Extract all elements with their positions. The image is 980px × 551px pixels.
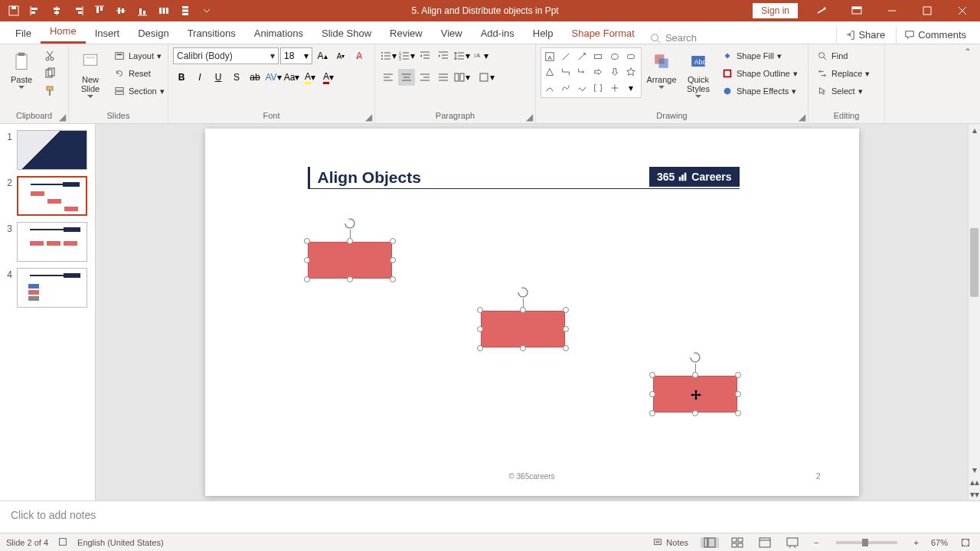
status-notes-button[interactable]: Notes <box>649 537 691 548</box>
selected-shape-1[interactable] <box>308 242 392 279</box>
minimize-button[interactable] <box>874 0 910 21</box>
comments-button[interactable]: Comments <box>896 26 974 44</box>
qat-distribute-horizontal-icon[interactable] <box>153 0 175 21</box>
qat-align-right-icon[interactable] <box>67 0 89 21</box>
shadow-button[interactable]: S <box>228 69 245 86</box>
shape-oval-icon[interactable] <box>608 50 622 64</box>
shape-right-arrow-icon[interactable] <box>591 65 605 79</box>
numbering-button[interactable]: 123▾ <box>398 47 415 64</box>
zoom-percent[interactable]: 67% <box>931 538 948 547</box>
section-button[interactable]: Section ▾ <box>110 83 168 99</box>
resize-handle[interactable] <box>477 307 483 313</box>
view-normal-button[interactable] <box>701 537 719 548</box>
zoom-in-button[interactable]: + <box>911 538 922 547</box>
view-slideshow-button[interactable] <box>783 537 802 548</box>
qat-align-top-icon[interactable] <box>89 0 110 21</box>
align-left-button[interactable] <box>380 69 397 86</box>
resize-handle[interactable] <box>390 257 396 263</box>
font-family-combo[interactable]: Calibri (Body)▾ <box>173 47 279 64</box>
resize-handle[interactable] <box>735 410 741 416</box>
resize-handle[interactable] <box>520 345 526 351</box>
underline-button[interactable]: U <box>210 69 227 86</box>
selected-shape-3[interactable] <box>653 376 737 412</box>
scroll-up-icon[interactable]: ▴ <box>969 124 980 136</box>
slide-canvas[interactable]: Align Objects 365 Careers <box>96 124 968 500</box>
tab-view[interactable]: View <box>432 23 472 44</box>
tab-file[interactable]: File <box>6 23 41 44</box>
resize-handle[interactable] <box>390 238 396 244</box>
view-sorter-button[interactable] <box>728 537 746 548</box>
font-size-combo[interactable]: 18▾ <box>280 47 312 64</box>
shape-elbow-arrow-icon[interactable] <box>575 65 589 79</box>
reset-button[interactable]: Reset <box>110 65 168 82</box>
drawing-dialog-launcher[interactable]: ◢ <box>797 112 806 122</box>
scroll-thumb[interactable] <box>970 228 978 297</box>
qat-customize-icon[interactable] <box>196 0 217 21</box>
rotate-handle-icon[interactable] <box>517 286 529 298</box>
shape-rounded-rect-icon[interactable] <box>624 50 638 64</box>
shape-curve-icon[interactable] <box>543 81 557 95</box>
clear-formatting-button[interactable]: A̷ <box>351 47 368 64</box>
clipboard-dialog-launcher[interactable]: ◢ <box>57 112 67 122</box>
tab-help[interactable]: Help <box>524 23 563 44</box>
ribbon-display-icon[interactable] <box>839 0 874 21</box>
tab-transitions[interactable]: Transitions <box>178 23 245 44</box>
layout-button[interactable]: Layout ▾ <box>110 47 168 64</box>
columns-button[interactable]: ▾ <box>453 69 470 86</box>
view-reading-button[interactable] <box>756 537 774 548</box>
resize-handle[interactable] <box>692 372 698 378</box>
zoom-out-button[interactable]: − <box>811 538 822 547</box>
new-slide-button[interactable]: New Slide <box>74 47 107 100</box>
tab-design[interactable]: Design <box>129 23 178 44</box>
tab-slideshow[interactable]: Slide Show <box>312 23 381 44</box>
replace-button[interactable]: Replace ▾ <box>813 65 873 82</box>
arrange-button[interactable]: Arrange <box>645 47 678 91</box>
shape-effects-button[interactable]: Shape Effects ▾ <box>718 83 801 99</box>
bullets-button[interactable]: ▾ <box>380 47 397 64</box>
tab-review[interactable]: Review <box>381 23 432 44</box>
prev-slide-button[interactable]: ▴▴ <box>969 476 980 488</box>
align-right-button[interactable] <box>416 69 433 86</box>
resize-handle[interactable] <box>735 372 741 378</box>
shape-arrow-line-icon[interactable] <box>575 50 589 64</box>
shape-textbox-icon[interactable]: A <box>543 50 557 64</box>
find-button[interactable]: Find <box>813 47 873 64</box>
italic-button[interactable]: I <box>191 69 208 86</box>
highlight-button[interactable]: A▾ <box>302 69 318 86</box>
shape-outline-button[interactable]: Shape Outline ▾ <box>718 65 801 82</box>
qat-align-left-icon[interactable] <box>24 0 46 21</box>
change-case-button[interactable]: Aa▾ <box>283 69 300 86</box>
shape-elbow-icon[interactable] <box>559 65 573 79</box>
shape-down-arrow-icon[interactable] <box>608 65 622 79</box>
resize-handle[interactable] <box>563 307 569 313</box>
qat-align-bottom-icon[interactable] <box>132 0 153 21</box>
thumb-1[interactable] <box>17 130 87 170</box>
resize-handle[interactable] <box>563 326 569 332</box>
qat-align-middle-icon[interactable] <box>110 0 132 21</box>
bold-button[interactable]: B <box>173 69 190 86</box>
resize-handle[interactable] <box>649 391 655 397</box>
line-spacing-button[interactable]: ▾ <box>453 47 470 64</box>
shape-freeform-icon[interactable] <box>559 81 573 95</box>
shape-star-icon[interactable] <box>624 65 638 79</box>
close-button[interactable] <box>945 0 980 21</box>
cut-button[interactable] <box>41 47 58 64</box>
resize-handle[interactable] <box>563 345 569 351</box>
thumb-3[interactable] <box>17 222 87 262</box>
shape-scribble-icon[interactable] <box>575 81 589 95</box>
font-color-button[interactable]: A▾ <box>320 69 337 86</box>
resize-handle[interactable] <box>477 326 483 332</box>
search-box[interactable]: Search <box>644 32 703 44</box>
shape-fill-button[interactable]: Shape Fill ▾ <box>718 47 801 64</box>
select-button[interactable]: Select ▾ <box>813 83 873 99</box>
tab-insert[interactable]: Insert <box>86 23 129 44</box>
justify-button[interactable] <box>435 69 452 86</box>
collapse-ribbon-button[interactable]: ⌃ <box>960 44 975 60</box>
char-spacing-button[interactable]: AV▾ <box>265 69 282 86</box>
shape-more1-icon[interactable] <box>608 81 622 95</box>
shape-bracket-icon[interactable] <box>591 81 605 95</box>
resize-handle[interactable] <box>520 307 526 313</box>
resize-handle[interactable] <box>304 257 310 263</box>
thumb-2[interactable] <box>17 176 87 216</box>
shape-rectangle-icon[interactable] <box>591 50 605 64</box>
